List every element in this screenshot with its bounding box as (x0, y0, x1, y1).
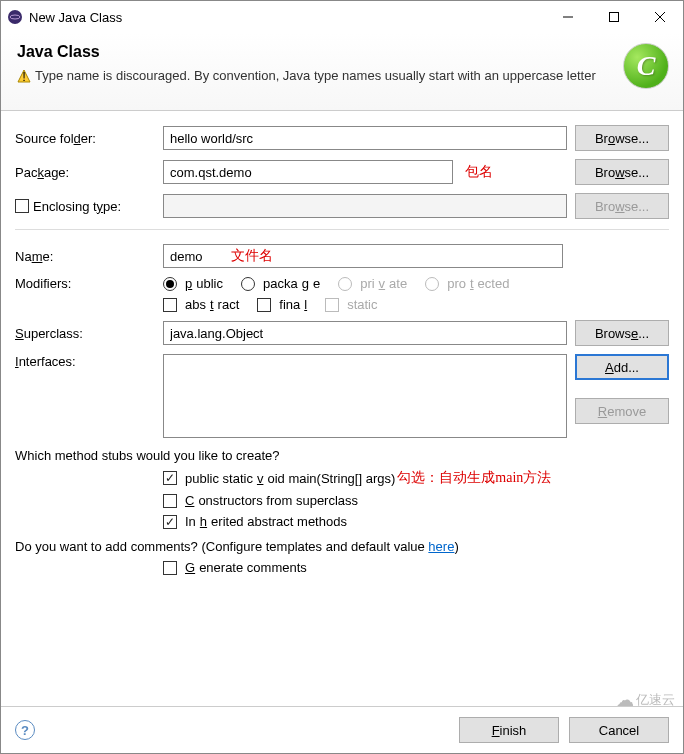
maximize-button[interactable] (591, 1, 637, 33)
stubs-question-label: Which method stubs would you like to cre… (15, 448, 669, 463)
superclass-input[interactable] (163, 321, 567, 345)
interfaces-listbox[interactable] (163, 354, 567, 438)
warning-icon: ! (17, 69, 31, 86)
modifier-protected: protected (425, 276, 509, 291)
package-label: Package: (15, 165, 155, 180)
configure-link[interactable]: here (428, 539, 454, 554)
name-label: Name: (15, 249, 155, 264)
browse-package-button[interactable]: Browse... (575, 159, 669, 185)
svg-text:!: ! (22, 69, 26, 83)
comments-question-label: Do you want to add comments? (Configure … (15, 539, 459, 554)
source-folder-label: Source folder: (15, 131, 155, 146)
package-annotation: 包名 (465, 163, 493, 181)
dialog-heading: Java Class (17, 43, 667, 61)
finish-button[interactable]: Finish (459, 717, 559, 743)
source-folder-input[interactable] (163, 126, 567, 150)
eclipse-icon (7, 9, 23, 25)
stub-main-option[interactable]: public static void main(String[] args) (163, 471, 395, 486)
minimize-button[interactable] (545, 1, 591, 33)
svg-rect-3 (610, 13, 619, 22)
enclosing-type-option[interactable]: Enclosing type: (15, 199, 155, 214)
name-input[interactable] (163, 244, 563, 268)
main-annotation: 勾选：自动生成main方法 (397, 469, 551, 487)
modifier-final[interactable]: final (257, 297, 307, 312)
stub-constructors-option[interactable]: Constructors from superclass (163, 493, 669, 508)
package-input[interactable] (163, 160, 453, 184)
close-button[interactable] (637, 1, 683, 33)
enclosing-type-input (163, 194, 567, 218)
modifier-public[interactable]: public (163, 276, 223, 291)
modifier-private: private (338, 276, 407, 291)
help-icon[interactable]: ? (15, 720, 35, 740)
add-interface-button[interactable]: Add... (575, 354, 669, 380)
interfaces-label: Interfaces: (15, 354, 155, 369)
stub-inherited-option[interactable]: Inherited abstract methods (163, 514, 669, 529)
cancel-button[interactable]: Cancel (569, 717, 669, 743)
modifier-static: static (325, 297, 377, 312)
class-icon: C (623, 43, 669, 89)
window-title: New Java Class (29, 10, 545, 25)
modifiers-label: Modifiers: (15, 276, 155, 291)
generate-comments-option[interactable]: Generate comments (163, 560, 307, 575)
browse-superclass-button[interactable]: Browse... (575, 320, 669, 346)
superclass-label: Superclass: (15, 326, 155, 341)
browse-enclosing-button: Browse... (575, 193, 669, 219)
warning-text: Type name is discouraged. By convention,… (35, 67, 596, 85)
enclosing-type-checkbox[interactable] (15, 199, 29, 213)
modifier-package[interactable]: package (241, 276, 320, 291)
browse-source-button[interactable]: Browse... (575, 125, 669, 151)
remove-interface-button: Remove (575, 398, 669, 424)
filename-annotation: 文件名 (231, 247, 273, 265)
modifier-abstract[interactable]: abstract (163, 297, 239, 312)
